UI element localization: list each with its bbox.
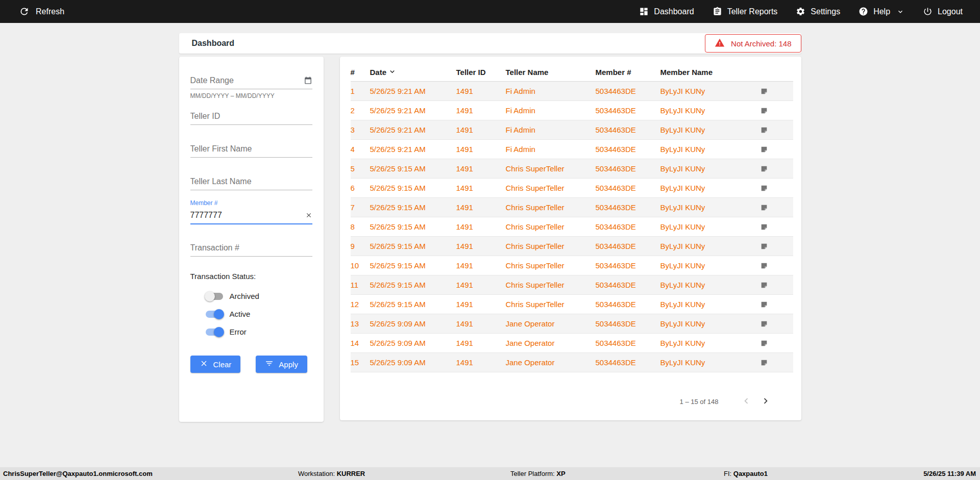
table-row[interactable]: 7 5/26/25 9:15 AM 1491 Chris SuperTeller… <box>351 197 793 217</box>
note-icon[interactable] <box>760 87 768 95</box>
row-member-name: ByLyJI KUNy <box>660 256 760 275</box>
row-teller-id: 1491 <box>456 217 506 236</box>
table-row[interactable]: 9 5/26/25 9:15 AM 1491 Chris SuperTeller… <box>351 236 793 256</box>
row-member-name: ByLyJI KUNy <box>660 217 760 236</box>
previous-page-button[interactable] <box>739 394 753 409</box>
next-page-button[interactable] <box>758 394 773 409</box>
toggle-error-label: Error <box>230 327 247 336</box>
row-member-name: ByLyJI KUNy <box>660 236 760 256</box>
row-teller-name: Chris SuperTeller <box>506 217 596 236</box>
row-member-name: ByLyJI KUNy <box>660 159 760 178</box>
platform-value: XP <box>556 470 565 477</box>
row-teller-name: Jane Operator <box>506 314 596 333</box>
nav-help[interactable]: Help <box>859 7 904 16</box>
teller-first-name-input[interactable] <box>190 144 312 154</box>
table-row[interactable]: 2 5/26/25 9:21 AM 1491 Fi Admin 5034463D… <box>351 100 793 120</box>
table-row[interactable]: 15 5/26/25 9:09 AM 1491 Jane Operator 50… <box>351 352 793 372</box>
table-row[interactable]: 8 5/26/25 9:15 AM 1491 Chris SuperTeller… <box>351 217 793 236</box>
note-icon[interactable] <box>760 262 768 270</box>
nav-teller-reports-label: Teller Reports <box>727 7 778 16</box>
transaction-number-input[interactable] <box>190 243 312 252</box>
toggle-switch[interactable] <box>206 311 223 318</box>
refresh-icon <box>19 6 30 17</box>
row-date: 5/26/25 9:15 AM <box>370 256 456 275</box>
clear-field-icon[interactable] <box>305 212 312 219</box>
not-archived-label: Not Archived: 148 <box>731 39 791 48</box>
note-icon[interactable] <box>760 359 768 367</box>
row-member-name: ByLyJI KUNy <box>660 197 760 217</box>
nav-settings[interactable]: Settings <box>796 7 840 16</box>
row-teller-id: 1491 <box>456 256 506 275</box>
row-member-number: 5034463DE <box>596 81 660 100</box>
date-range-input[interactable] <box>190 76 304 85</box>
row-member-number: 5034463DE <box>596 314 660 333</box>
nav-dashboard[interactable]: Dashboard <box>639 7 694 16</box>
row-teller-id: 1491 <box>456 100 506 120</box>
row-teller-name: Chris SuperTeller <box>506 197 596 217</box>
note-icon[interactable] <box>760 339 768 347</box>
teller-id-input[interactable] <box>190 112 312 121</box>
row-member-name: ByLyJI KUNy <box>660 81 760 100</box>
toggle-switch[interactable] <box>206 293 223 300</box>
table-row[interactable]: 13 5/26/25 9:09 AM 1491 Jane Operator 50… <box>351 314 793 333</box>
row-teller-name: Chris SuperTeller <box>506 294 596 314</box>
table-row[interactable]: 3 5/26/25 9:21 AM 1491 Fi Admin 5034463D… <box>351 120 793 139</box>
row-date: 5/26/25 9:15 AM <box>370 159 456 178</box>
toggle-archived[interactable]: Archived <box>206 290 312 302</box>
table-row[interactable]: 6 5/26/25 9:15 AM 1491 Chris SuperTeller… <box>351 178 793 197</box>
member-number-input[interactable] <box>190 211 305 220</box>
row-member-name: ByLyJI KUNy <box>660 352 760 372</box>
clear-button-label: Clear <box>213 360 232 369</box>
calendar-icon[interactable] <box>304 76 312 85</box>
row-member-number: 5034463DE <box>596 256 660 275</box>
toggle-active[interactable]: Active <box>206 308 312 320</box>
clear-button[interactable]: Clear <box>190 356 241 373</box>
transactions-table: # Date Teller ID Teller Name Member # <box>351 64 793 372</box>
row-member-number: 5034463DE <box>596 352 660 372</box>
row-member-name: ByLyJI KUNy <box>660 178 760 197</box>
note-icon[interactable] <box>760 300 768 309</box>
nav-dashboard-label: Dashboard <box>654 7 694 16</box>
row-number: 14 <box>351 333 370 352</box>
refresh-label: Refresh <box>36 7 64 16</box>
note-icon[interactable] <box>760 242 768 250</box>
note-icon[interactable] <box>760 126 768 134</box>
row-member-number: 5034463DE <box>596 120 660 139</box>
row-number: 15 <box>351 352 370 372</box>
apply-button[interactable]: Apply <box>256 356 307 373</box>
toggle-error[interactable]: Error <box>206 325 312 338</box>
table-row[interactable]: 10 5/26/25 9:15 AM 1491 Chris SuperTelle… <box>351 256 793 275</box>
note-icon[interactable] <box>760 204 768 212</box>
note-icon[interactable] <box>760 320 768 328</box>
row-date: 5/26/25 9:09 AM <box>370 333 456 352</box>
row-member-number: 5034463DE <box>596 217 660 236</box>
row-member-number: 5034463DE <box>596 236 660 256</box>
table-row[interactable]: 11 5/26/25 9:15 AM 1491 Chris SuperTelle… <box>351 275 793 294</box>
note-icon[interactable] <box>760 107 768 115</box>
table-row[interactable]: 12 5/26/25 9:15 AM 1491 Chris SuperTelle… <box>351 294 793 314</box>
main-content: Dashboard Not Archived: 148 MM/DD/YYYY –… <box>179 33 801 422</box>
page-title: Dashboard <box>192 39 235 48</box>
table-row[interactable]: 1 5/26/25 9:21 AM 1491 Fi Admin 5034463D… <box>351 81 793 100</box>
column-header-teller-name: Teller Name <box>506 64 596 81</box>
status-bar: ChrisSuperTeller@Qaxpauto1.onmicrosoft.c… <box>0 467 980 480</box>
page-header: Dashboard Not Archived: 148 <box>179 33 801 54</box>
column-header-date[interactable]: Date <box>370 64 456 81</box>
note-icon[interactable] <box>760 184 768 192</box>
teller-last-name-input[interactable] <box>190 177 312 186</box>
nav-teller-reports[interactable]: Teller Reports <box>713 7 778 16</box>
toggle-switch[interactable] <box>206 329 223 336</box>
date-range-field: MM/DD/YYYY – MM/DD/YYYY <box>190 72 312 99</box>
table-row[interactable]: 5 5/26/25 9:15 AM 1491 Chris SuperTeller… <box>351 159 793 178</box>
row-member-number: 5034463DE <box>596 294 660 314</box>
note-icon[interactable] <box>760 165 768 173</box>
nav-logout[interactable]: Logout <box>923 7 963 16</box>
table-row[interactable]: 14 5/26/25 9:09 AM 1491 Jane Operator 50… <box>351 333 793 352</box>
note-icon[interactable] <box>760 145 768 154</box>
refresh-button[interactable]: Refresh <box>19 6 64 17</box>
note-icon[interactable] <box>760 281 768 289</box>
column-header-teller-id: Teller ID <box>456 64 506 81</box>
table-row[interactable]: 4 5/26/25 9:21 AM 1491 Fi Admin 5034463D… <box>351 139 793 159</box>
note-icon[interactable] <box>760 223 768 231</box>
teller-platform-status: Teller Platform: XP <box>510 467 566 480</box>
